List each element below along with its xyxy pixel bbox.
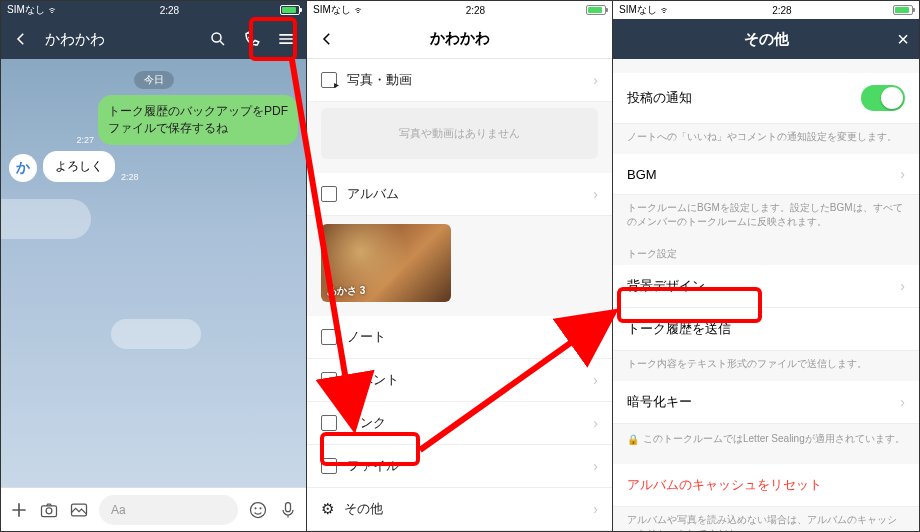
screen-other: SIMなし ᯤ 2:28 その他 × 投稿の通知 ノートへの「いいね」やコメント… <box>613 1 919 531</box>
row-note[interactable]: ノート› <box>307 316 612 359</box>
chevron-right-icon: › <box>593 415 598 431</box>
status-bar: SIMなし ᯤ 2:28 <box>307 1 612 19</box>
screen-menu: SIMなし ᯤ 2:28 かわかわ ▸写真・動画 › 写真や動画はありません ア… <box>307 1 613 531</box>
row-notify[interactable]: 投稿の通知 <box>613 73 919 124</box>
row-label: 背景デザイン <box>627 277 705 295</box>
row-bg-design[interactable]: 背景デザイン › <box>613 265 919 308</box>
send-history-desc: トーク内容をテキスト形式のファイルで送信します。 <box>613 351 919 381</box>
wifi-icon: ᯤ <box>660 4 671 16</box>
row-label: ファイル <box>347 457 399 475</box>
battery-icon <box>893 5 913 15</box>
photo-icon: ▸ <box>321 72 337 88</box>
message-outgoing: 2:27 トーク履歴のバックアップをPDFファイルで保存するね <box>9 95 298 145</box>
screen-chat: SIMなし ᯤ 2:28 かわかわ 今日 2:27 トーク履歴のバックアップをP… <box>1 1 307 531</box>
msg-bubble[interactable]: よろしく <box>43 151 115 182</box>
row-label: 写真・動画 <box>347 71 412 89</box>
plus-icon[interactable] <box>9 500 29 520</box>
menu-body: ▸写真・動画 › 写真や動画はありません アルバム › あかさ 3 ノート› イ… <box>307 59 612 531</box>
back-icon[interactable] <box>317 29 337 49</box>
row-label: アルバムのキャッシュをリセット <box>627 476 822 494</box>
call-icon[interactable] <box>242 29 262 49</box>
row-album[interactable]: アルバム › <box>307 173 612 216</box>
row-send-history[interactable]: トーク履歴を送信 <box>613 308 919 351</box>
battery-icon <box>586 5 606 15</box>
section-talk: トーク設定 <box>613 239 919 265</box>
chat-body: 今日 2:27 トーク履歴のバックアップをPDFファイルで保存するね か よろし… <box>1 59 306 487</box>
album-caption: あかさ 3 <box>327 284 365 298</box>
lock-icon: 🔒 <box>627 434 639 445</box>
row-event[interactable]: イベント› <box>307 359 612 402</box>
row-label: イベント <box>347 371 399 389</box>
wifi-icon: ᯤ <box>48 4 59 16</box>
clock: 2:28 <box>466 5 485 16</box>
link-icon <box>321 415 337 431</box>
row-enc-key[interactable]: 暗号化キー › <box>613 381 919 424</box>
status-bar: SIMなし ᯤ 2:28 <box>613 1 919 19</box>
chevron-right-icon: › <box>593 186 598 202</box>
carrier-label: SIMなし <box>619 3 657 17</box>
status-bar: SIMなし ᯤ 2:28 <box>1 1 306 19</box>
reset-desc: アルバムや写真を読み込めない場合は、アルバムのキャッシュをリセットしてください。 <box>613 507 919 531</box>
chat-nav: かわかわ <box>1 19 306 59</box>
notify-toggle[interactable] <box>861 85 905 111</box>
row-label: 暗号化キー <box>627 393 692 411</box>
svg-point-0 <box>212 33 221 42</box>
row-reset-cache[interactable]: アルバムのキャッシュをリセット <box>613 464 919 507</box>
enc-note: 🔒このトークルームではLetter Sealingが適用されています。 <box>613 424 919 454</box>
emoji-icon[interactable] <box>248 500 268 520</box>
msg-time: 2:28 <box>121 172 139 182</box>
row-photos[interactable]: ▸写真・動画 › <box>307 59 612 102</box>
svg-point-5 <box>255 507 256 508</box>
other-nav: その他 × <box>613 19 919 59</box>
chevron-right-icon: › <box>593 372 598 388</box>
svg-point-6 <box>260 507 261 508</box>
carrier-label: SIMなし <box>313 3 351 17</box>
other-title: その他 <box>683 30 849 49</box>
file-icon <box>321 458 337 474</box>
row-file[interactable]: ファイル› <box>307 445 612 488</box>
row-label: アルバム <box>347 185 399 203</box>
gear-icon: ⚙ <box>321 500 334 518</box>
bgm-desc: トークルームにBGMを設定します。設定したBGMは、すべてのメンバーのトークルー… <box>613 195 919 239</box>
menu-nav: かわかわ <box>307 19 612 59</box>
row-link[interactable]: リンク› <box>307 402 612 445</box>
svg-rect-7 <box>286 502 291 511</box>
gallery-icon[interactable] <box>69 500 89 520</box>
row-label: トーク履歴を送信 <box>627 320 731 338</box>
svg-point-2 <box>46 507 52 513</box>
svg-point-4 <box>251 502 266 517</box>
chevron-right-icon: › <box>593 329 598 345</box>
msg-time: 2:27 <box>76 135 94 145</box>
row-label: リンク <box>347 414 386 432</box>
row-bgm[interactable]: BGM › <box>613 154 919 195</box>
clock: 2:28 <box>772 5 791 16</box>
mic-icon[interactable] <box>278 500 298 520</box>
search-icon[interactable] <box>208 29 228 49</box>
chevron-right-icon: › <box>900 278 905 294</box>
avatar[interactable]: か <box>9 154 37 182</box>
back-icon[interactable] <box>11 29 31 49</box>
chevron-right-icon: › <box>593 458 598 474</box>
camera-icon[interactable] <box>39 500 59 520</box>
chevron-right-icon: › <box>900 394 905 410</box>
menu-icon[interactable] <box>276 29 296 49</box>
chevron-right-icon: › <box>900 166 905 182</box>
event-icon <box>321 372 337 388</box>
menu-title: かわかわ <box>377 29 542 48</box>
message-input[interactable]: Aa <box>99 495 238 525</box>
battery-icon <box>280 5 300 15</box>
date-chip: 今日 <box>134 71 174 89</box>
album-thumbnail[interactable]: あかさ 3 <box>321 224 451 302</box>
row-label: その他 <box>344 500 383 518</box>
msg-bubble[interactable]: トーク履歴のバックアップをPDFファイルで保存するね <box>98 95 298 145</box>
input-bar: Aa <box>1 487 306 531</box>
note-icon <box>321 329 337 345</box>
carrier-label: SIMなし <box>7 3 45 17</box>
notify-desc: ノートへの「いいね」やコメントの通知設定を変更します。 <box>613 124 919 154</box>
row-other[interactable]: ⚙その他› <box>307 488 612 531</box>
wifi-icon: ᯤ <box>354 4 365 16</box>
album-icon <box>321 186 337 202</box>
close-icon[interactable]: × <box>897 28 909 51</box>
message-incoming: か よろしく 2:28 <box>9 151 298 182</box>
row-label: BGM <box>627 167 657 182</box>
